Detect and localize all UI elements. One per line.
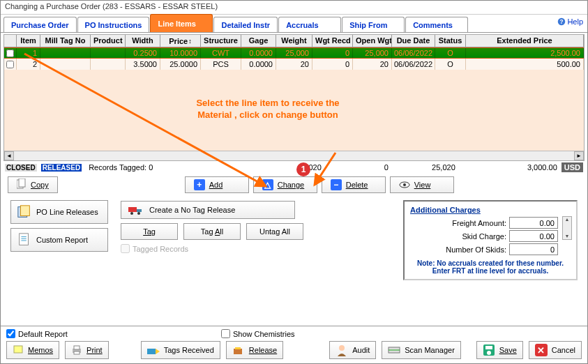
save-button[interactable]: Save xyxy=(476,341,523,359)
cancel-icon: ✕ xyxy=(535,344,548,356)
col-price[interactable]: Price↕ xyxy=(160,35,201,47)
col-open-wgt[interactable]: Open Wgt xyxy=(353,35,392,47)
view-button[interactable]: View xyxy=(390,176,454,193)
svg-point-17 xyxy=(137,212,140,215)
eye-icon xyxy=(399,179,410,190)
po-window: Changing a Purchase Order (283 - ESSARS … xyxy=(0,0,588,364)
untag-all-button[interactable]: Untag All xyxy=(246,223,303,240)
svg-rect-5 xyxy=(19,179,25,187)
currency-badge: USD xyxy=(561,162,583,172)
custom-report-button[interactable]: Custom Report xyxy=(10,228,108,252)
svg-rect-21 xyxy=(74,351,80,354)
tab-comments[interactable]: Comments xyxy=(405,17,468,32)
copy-button[interactable]: Copy xyxy=(8,176,58,193)
svg-point-7 xyxy=(403,183,406,186)
scroll-right-icon[interactable]: ► xyxy=(574,151,584,160)
cancel-button[interactable]: ✕ Cancel xyxy=(529,341,582,359)
tab-accruals[interactable]: Accruals xyxy=(278,17,341,32)
release-icon xyxy=(232,344,245,356)
released-badge: RELEASED xyxy=(41,164,82,172)
default-report-checkbox[interactable]: Default Report xyxy=(6,329,68,338)
memo-icon xyxy=(13,344,24,356)
svg-rect-14 xyxy=(128,207,137,212)
tab-detailed-instr[interactable]: Detailed Instr xyxy=(213,17,278,32)
table-row[interactable]: 1 0.2500 10.0000 CWT 0.0000 25,000 0 25,… xyxy=(4,47,584,59)
audit-button[interactable]: Audit xyxy=(329,341,376,359)
delete-button[interactable]: −Delete xyxy=(322,176,386,193)
col-gage[interactable]: Gage xyxy=(241,35,276,47)
numskid-label: Number Of Skids: xyxy=(410,245,506,254)
create-no-tag-release-button[interactable]: Create a No Tag Release xyxy=(121,201,295,219)
tag-all-button[interactable]: Tag All xyxy=(183,223,241,240)
tag-button[interactable]: Tag xyxy=(121,223,178,240)
svg-rect-18 xyxy=(14,346,22,353)
tab-bar: Purchase Order PO Instructions Line Item… xyxy=(1,15,587,33)
table-row[interactable]: 2 3.5000 25.0000 PCS 0.0000 20 0 20 06/0… xyxy=(4,59,584,70)
col-ext-price[interactable]: Extended Price xyxy=(466,35,584,47)
charges-title: Additional Charges xyxy=(410,206,571,214)
charges-note: Note: No accruals created for these numb… xyxy=(410,259,571,275)
col-item[interactable]: Item xyxy=(17,35,40,47)
save-icon xyxy=(483,344,495,356)
line-items-table: Item Mill Tag No Product Width Price↕ St… xyxy=(3,34,585,161)
col-mill-tag[interactable]: Mill Tag No xyxy=(40,35,91,47)
memos-button[interactable]: Memos xyxy=(6,341,59,359)
col-width[interactable]: Width xyxy=(126,35,160,47)
help-icon: ? xyxy=(557,17,566,26)
svg-rect-20 xyxy=(74,346,80,349)
col-structure[interactable]: Structure xyxy=(201,35,241,47)
help-link[interactable]: ? Help xyxy=(557,17,583,26)
tab-purchase-order[interactable]: Purchase Order xyxy=(3,17,77,32)
report-icon xyxy=(17,232,32,248)
svg-rect-9 xyxy=(21,206,30,216)
freight-input[interactable] xyxy=(509,217,558,229)
tab-ship-from[interactable]: Ship From xyxy=(342,17,405,32)
closed-badge: CLOSED xyxy=(5,164,37,172)
additional-charges-panel: Additional Charges Freight Amount: Skid … xyxy=(403,200,578,280)
truck-icon xyxy=(128,204,144,215)
show-chemistries-checkbox[interactable]: Show Chemistries xyxy=(221,329,295,338)
row-checkbox[interactable] xyxy=(6,50,14,57)
tagged-records-checkbox: Tagged Records xyxy=(121,244,188,253)
tab-po-instructions[interactable]: PO Instructions xyxy=(77,17,150,32)
scroll-down-icon[interactable]: ▼ xyxy=(563,234,571,239)
tab-line-items[interactable]: Line Items xyxy=(150,14,213,32)
svg-rect-24 xyxy=(235,347,241,349)
sum-weight: 25,020 xyxy=(259,163,322,172)
print-button[interactable]: Print xyxy=(65,341,109,359)
footer: Default Report Show Chemistries Memos Pr… xyxy=(1,326,587,363)
tags-received-button[interactable]: Tags Received xyxy=(141,341,220,359)
skid-input[interactable] xyxy=(509,230,558,242)
col-status[interactable]: Status xyxy=(435,35,466,47)
col-weight[interactable]: Weight xyxy=(276,35,312,47)
numskid-input[interactable] xyxy=(509,243,558,255)
annotation-text: Select the line item to receive the Mate… xyxy=(184,98,352,121)
table-header: Item Mill Tag No Product Width Price↕ St… xyxy=(4,35,584,47)
scan-manager-button[interactable]: Scan Manager xyxy=(382,341,461,359)
tags-icon xyxy=(147,344,160,356)
charges-scroll[interactable]: ▲▼ xyxy=(562,216,572,240)
releases-icon xyxy=(17,204,32,220)
records-tagged: Records Tagged: 0 xyxy=(89,163,153,172)
h-scrollbar[interactable]: ◄ ► xyxy=(4,151,584,160)
add-button[interactable]: +Add xyxy=(185,176,249,193)
minus-icon: − xyxy=(331,179,342,190)
svg-rect-29 xyxy=(485,346,492,349)
scanner-icon xyxy=(388,345,400,355)
row-checkbox[interactable] xyxy=(6,61,14,68)
release-button[interactable]: Release xyxy=(226,341,283,359)
col-check xyxy=(4,35,17,47)
col-wgt-recd[interactable]: Wgt Recd xyxy=(312,35,353,47)
status-row: CLOSEDRELEASED Records Tagged: 0 25,020 … xyxy=(1,161,587,174)
change-button[interactable]: △Change xyxy=(253,176,317,193)
change-icon: △ xyxy=(262,179,273,190)
po-line-releases-button[interactable]: PO Line Releases xyxy=(10,200,108,224)
col-product[interactable]: Product xyxy=(91,35,126,47)
skid-label: Skid Charge: xyxy=(410,232,506,241)
scroll-up-icon[interactable]: ▲ xyxy=(563,217,571,222)
svg-rect-10 xyxy=(20,234,29,245)
svg-text:?: ? xyxy=(560,19,564,25)
svg-rect-15 xyxy=(137,209,142,212)
scroll-left-icon[interactable]: ◄ xyxy=(4,151,14,160)
col-due-date[interactable]: Due Date xyxy=(392,35,435,47)
